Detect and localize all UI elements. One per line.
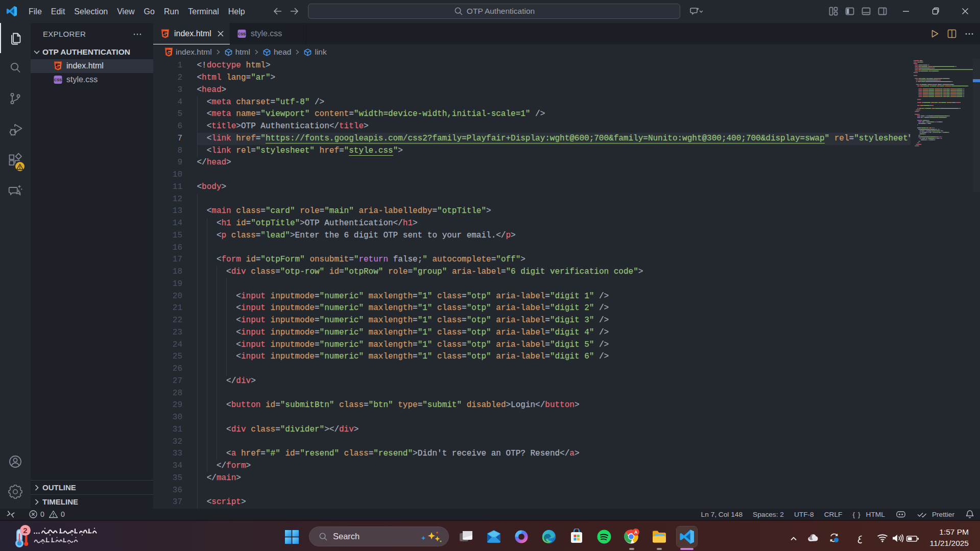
- svg-text:CSS: CSS: [54, 78, 62, 82]
- svg-text:CSS: CSS: [238, 32, 246, 36]
- svg-text:A: A: [634, 530, 637, 535]
